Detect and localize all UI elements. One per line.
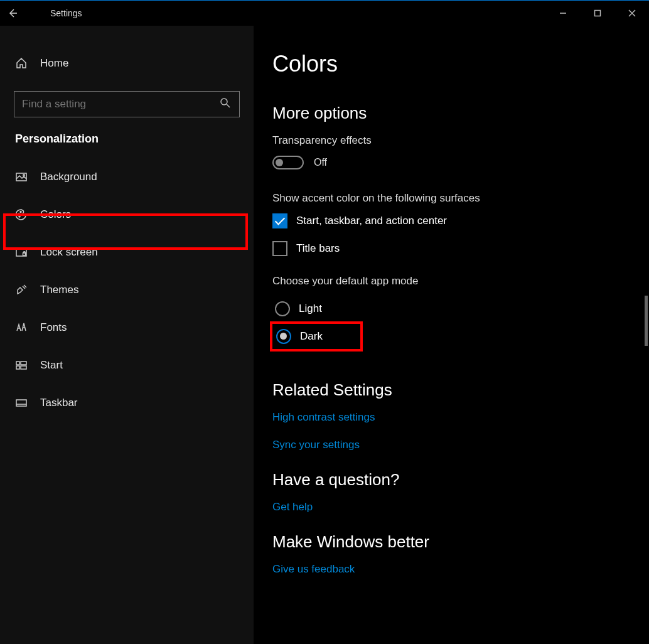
svg-point-5 [20, 212, 21, 213]
svg-rect-8 [23, 253, 26, 255]
maximize-button[interactable] [580, 1, 614, 26]
radio-icon-selected [276, 329, 291, 344]
checkbox-icon-checked [272, 213, 287, 228]
checkbox-icon-unchecked [272, 241, 287, 256]
back-button[interactable] [0, 1, 25, 26]
link-sync-settings[interactable]: Sync your settings [272, 439, 649, 451]
accent-surface-label: Show accent color on the following surfa… [272, 192, 649, 205]
close-icon [628, 9, 636, 17]
nav-home[interactable]: Home [0, 45, 254, 82]
svg-rect-0 [594, 11, 600, 16]
sidebar-item-start[interactable]: Start [0, 346, 254, 384]
radio-label: Dark [300, 330, 323, 343]
minimize-icon [559, 9, 567, 17]
sidebar-item-colors[interactable]: Colors [0, 196, 254, 233]
window-controls [545, 1, 649, 26]
link-get-help[interactable]: Get help [272, 501, 649, 513]
scrollbar-thumb[interactable] [645, 296, 648, 346]
start-icon [15, 359, 28, 372]
transparency-toggle[interactable] [272, 156, 304, 169]
content-panel: Colors More options Transparency effects… [254, 26, 649, 644]
taskbar-icon [15, 397, 28, 409]
sidebar-item-label: Background [40, 171, 97, 183]
highlight-dark-annotation: Dark [270, 321, 363, 352]
svg-point-3 [23, 174, 24, 176]
titlebar: Settings [0, 1, 649, 26]
search-input[interactable] [14, 91, 240, 117]
sidebar-item-fonts[interactable]: Fonts [0, 309, 254, 346]
sidebar-item-label: Fonts [40, 321, 67, 334]
checkbox-label: Start, taskbar, and action center [296, 215, 447, 227]
svg-point-4 [18, 213, 19, 215]
toggle-knob [276, 159, 283, 166]
radio-light[interactable]: Light [272, 296, 649, 321]
section-related: Related Settings [272, 380, 649, 400]
sidebar-section-heading: Personalization [0, 132, 254, 158]
sidebar-item-themes[interactable]: Themes [0, 271, 254, 309]
nav-home-label: Home [40, 57, 68, 70]
svg-rect-13 [16, 400, 26, 406]
search-icon [220, 97, 231, 111]
transparency-label: Transparency effects [272, 134, 649, 147]
link-feedback[interactable]: Give us feedback [272, 563, 649, 576]
section-more-options: More options [272, 104, 649, 123]
checkbox-label: Title bars [296, 242, 340, 255]
app-mode-label: Choose your default app mode [272, 275, 649, 287]
lock-screen-icon [15, 246, 28, 259]
picture-icon [15, 171, 28, 183]
svg-rect-10 [21, 362, 26, 365]
close-button[interactable] [614, 1, 649, 26]
sidebar-item-label: Lock screen [40, 246, 98, 259]
sidebar-item-label: Themes [40, 284, 78, 296]
link-high-contrast[interactable]: High contrast settings [272, 411, 649, 424]
sidebar: Home Personalization Background Colors [0, 26, 254, 644]
checkbox-start-taskbar[interactable]: Start, taskbar, and action center [272, 213, 649, 228]
sidebar-item-background[interactable]: Background [0, 158, 254, 196]
fonts-icon [15, 321, 28, 334]
sidebar-item-label: Start [40, 359, 63, 372]
sidebar-item-label: Colors [40, 208, 71, 221]
section-better: Make Windows better [272, 532, 649, 552]
window-title: Settings [50, 8, 82, 18]
transparency-state: Off [314, 157, 327, 168]
svg-rect-9 [16, 362, 19, 365]
svg-rect-11 [16, 366, 19, 369]
radio-icon [275, 301, 290, 316]
home-icon [15, 57, 28, 70]
svg-point-6 [19, 216, 20, 217]
sidebar-item-lockscreen[interactable]: Lock screen [0, 233, 254, 271]
maximize-icon [594, 9, 601, 17]
page-title: Colors [272, 51, 649, 77]
radio-dark[interactable]: Dark [276, 329, 323, 344]
svg-point-1 [221, 99, 227, 105]
radio-label: Light [299, 303, 322, 315]
checkbox-title-bars[interactable]: Title bars [272, 241, 649, 256]
arrow-left-icon [8, 8, 18, 18]
svg-rect-12 [21, 366, 26, 369]
palette-icon [15, 208, 28, 221]
minimize-button[interactable] [545, 1, 580, 26]
section-question: Have a question? [272, 470, 649, 490]
sidebar-item-label: Taskbar [40, 397, 78, 409]
sidebar-item-taskbar[interactable]: Taskbar [0, 384, 254, 422]
themes-icon [15, 284, 28, 296]
